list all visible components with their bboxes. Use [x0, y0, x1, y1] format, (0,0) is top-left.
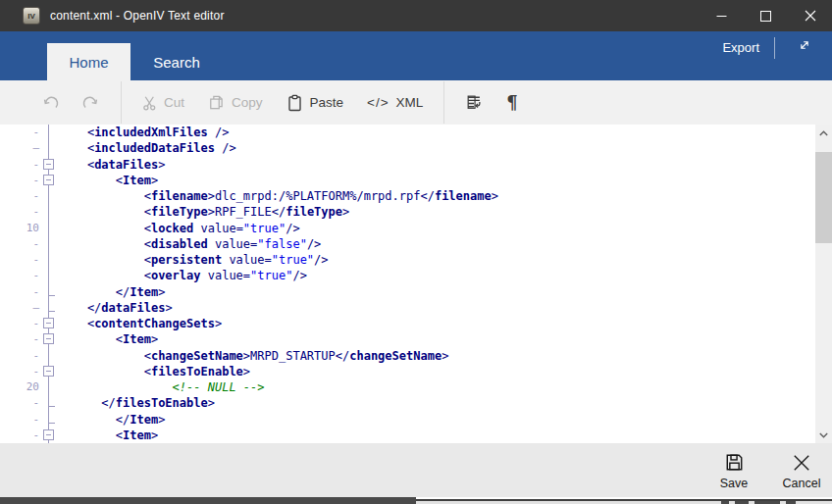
- code-text: <!-- NULL -->: [59, 379, 265, 395]
- fold-collapse-icon[interactable]: [43, 175, 54, 185]
- code-line: - <contentChangeSets>: [0, 316, 815, 331]
- code-line: - <persistent value="true"/>: [0, 252, 815, 268]
- code-line: - <filesToEnable>: [0, 364, 815, 379]
- code-line: - <Item>: [0, 173, 815, 188]
- code-area[interactable]: - <includedXmlFiles />– <includedDataFil…: [0, 125, 815, 443]
- word-wrap-icon: [465, 94, 483, 111]
- line-number: –: [0, 140, 39, 156]
- minimize-button[interactable]: [700, 0, 744, 31]
- scroll-down-icon[interactable]: [815, 427, 832, 443]
- expand-window-button[interactable]: [789, 33, 820, 61]
- line-number: -: [0, 364, 39, 379]
- cancel-button[interactable]: Cancel: [773, 447, 830, 494]
- fold-line: [48, 221, 49, 236]
- toolbar: CutCopyPaste</>XML¶: [0, 80, 832, 125]
- code-text: <changeSetName>MRPD_STARTUP</changeSetNa…: [59, 348, 448, 364]
- toolbar-separator: [443, 81, 444, 124]
- fold-gutter: [39, 140, 59, 156]
- line-number: 20: [0, 379, 39, 395]
- fold-line: [48, 125, 49, 140]
- line-number: –: [0, 300, 39, 316]
- fold-gutter: [39, 157, 59, 173]
- xml-label: XML: [396, 95, 424, 110]
- tab-home[interactable]: Home: [47, 43, 130, 80]
- code-text: <contentChangeSets>: [59, 316, 222, 331]
- paste-button[interactable]: Paste: [275, 80, 356, 125]
- fold-collapse-icon[interactable]: [43, 429, 54, 440]
- line-number: -: [0, 125, 39, 140]
- code-text: <persistent value="true"/>: [59, 252, 329, 268]
- fold-gutter: [39, 204, 59, 220]
- fold-gutter: [39, 348, 59, 364]
- close-button[interactable]: [788, 0, 832, 31]
- window-title: content.xml - OpenIV Text editor: [50, 9, 225, 23]
- line-number: -: [0, 428, 39, 443]
- ribbon-divider: [774, 37, 775, 59]
- line-number: -: [0, 316, 39, 331]
- word-wrap-button[interactable]: [453, 80, 494, 125]
- formatting-marks-button[interactable]: ¶: [494, 80, 529, 125]
- fold-line: [48, 284, 49, 300]
- scroll-up-icon[interactable]: [815, 125, 832, 141]
- openiv-text-editor-window: IV content.xml - OpenIV Text editor Home…: [0, 0, 832, 504]
- code-icon: </>: [367, 95, 390, 110]
- fold-gutter: [39, 221, 59, 236]
- fold-line: [48, 379, 49, 395]
- line-number: -: [0, 348, 39, 364]
- line-number: -: [0, 395, 39, 411]
- code-text: <dataFiles>: [59, 157, 165, 173]
- save-icon: [724, 452, 745, 474]
- code-text: <disabled value="false"/>: [59, 236, 321, 252]
- paste-label: Paste: [310, 95, 344, 110]
- fold-gutter: [39, 300, 59, 316]
- fold-collapse-icon[interactable]: [43, 333, 54, 344]
- line-number: -: [0, 204, 39, 220]
- fold-line: [48, 268, 49, 283]
- scrollbar-thumb[interactable]: [815, 152, 832, 243]
- fold-gutter: [39, 173, 59, 188]
- ribbon: Home Search Export: [0, 31, 832, 80]
- code-text: <fileType>RPF_FILE</fileType>: [59, 204, 349, 220]
- maximize-button[interactable]: [744, 0, 788, 31]
- pilcrow-icon: ¶: [506, 94, 517, 112]
- xml-button[interactable]: </>XML: [355, 80, 435, 125]
- tab-search[interactable]: Search: [130, 43, 223, 80]
- copy-label: Copy: [232, 95, 263, 110]
- minimize-icon: [716, 11, 727, 22]
- export-button[interactable]: Export: [712, 31, 769, 63]
- fold-line: [48, 348, 49, 364]
- code-text: </Item>: [59, 284, 165, 300]
- titlebar: IV content.xml - OpenIV Text editor: [0, 0, 832, 31]
- code-line: - </Item>: [0, 412, 815, 428]
- fold-collapse-icon[interactable]: [43, 159, 54, 170]
- copy-button: Copy: [196, 80, 275, 125]
- fold-end-mark: [49, 295, 55, 296]
- line-number: -: [0, 268, 39, 283]
- xml-text-editor[interactable]: - <includedXmlFiles />– <includedDataFil…: [0, 125, 832, 443]
- fold-line: [48, 140, 49, 156]
- code-line: - <dataFiles>: [0, 157, 815, 173]
- save-button[interactable]: Save: [705, 447, 762, 494]
- line-number: -: [0, 173, 39, 188]
- undo-icon: [41, 94, 59, 111]
- cancel-label: Cancel: [783, 477, 821, 490]
- line-number: -: [0, 252, 39, 268]
- footer-bar: SaveCancel: [0, 443, 832, 497]
- code-text: <Item>: [59, 331, 158, 347]
- fold-collapse-icon[interactable]: [43, 366, 54, 377]
- fold-collapse-icon[interactable]: [43, 318, 54, 328]
- fold-gutter: [39, 236, 59, 252]
- fold-gutter: [39, 379, 59, 395]
- code-line: - </filesToEnable>: [0, 395, 815, 411]
- fold-end-mark: [49, 311, 55, 312]
- vertical-scrollbar[interactable]: [815, 125, 832, 443]
- fold-line: [48, 204, 49, 220]
- maximize-icon: [760, 11, 771, 22]
- code-line: - <fileType>RPF_FILE</fileType>: [0, 204, 815, 220]
- fold-gutter: [39, 412, 59, 428]
- fold-gutter: [39, 284, 59, 300]
- copy-icon: [208, 94, 225, 111]
- code-text: <includedDataFiles />: [59, 140, 236, 156]
- redo-icon: [82, 94, 100, 111]
- undo-button: [29, 80, 71, 125]
